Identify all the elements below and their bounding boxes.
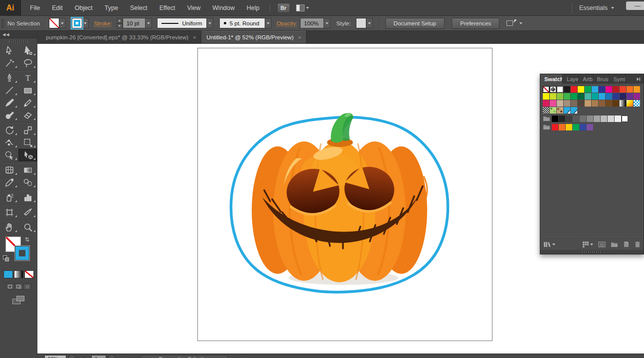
swatch[interactable] — [613, 100, 619, 107]
color-button[interactable] — [3, 270, 13, 278]
swatch[interactable] — [613, 86, 619, 93]
tab-swatches[interactable]: Swatches — [540, 74, 563, 84]
close-icon[interactable]: × — [298, 34, 301, 40]
swatch-global-color[interactable] — [564, 107, 570, 114]
swatch[interactable] — [601, 116, 607, 122]
chevron-down-icon[interactable] — [519, 22, 522, 24]
swatch-pattern[interactable] — [543, 107, 549, 114]
swatch[interactable] — [592, 86, 598, 93]
swatch[interactable] — [578, 86, 584, 93]
swatch-libraries-icon[interactable] — [543, 241, 555, 247]
swatch-gradient[interactable] — [627, 100, 633, 107]
swatch[interactable] — [627, 93, 633, 100]
swatch[interactable] — [552, 116, 558, 122]
swatch[interactable] — [578, 93, 584, 100]
screen-mode-button[interactable] — [0, 296, 37, 304]
artboard[interactable] — [197, 48, 492, 341]
panel-expand-icon[interactable] — [634, 74, 644, 84]
swatch[interactable] — [622, 116, 628, 122]
menu-view[interactable]: View — [181, 0, 206, 16]
pumpkin-artwork[interactable] — [225, 111, 452, 297]
line-segment-tool[interactable] — [0, 84, 18, 97]
swatch[interactable] — [571, 86, 577, 93]
close-icon[interactable]: × — [193, 34, 196, 40]
swatch-pattern[interactable] — [634, 100, 640, 107]
document-setup-button[interactable]: Document Setup — [385, 18, 445, 29]
swatch-gradient[interactable] — [620, 100, 626, 107]
arrange-documents-button[interactable] — [296, 4, 309, 11]
perspective-selection-tool[interactable] — [18, 149, 37, 161]
swatch[interactable] — [592, 100, 598, 107]
swatch[interactable] — [599, 93, 605, 100]
style-dropdown[interactable] — [366, 18, 373, 28]
swatch-pattern[interactable] — [557, 107, 563, 114]
swatch[interactable] — [594, 116, 600, 122]
zoom-tool[interactable] — [18, 221, 37, 234]
opacity-field[interactable]: 100% — [300, 18, 324, 28]
artboard-next-buttons[interactable]: ▶ ▶ — [118, 355, 129, 358]
swatch[interactable] — [585, 93, 591, 100]
none-button[interactable] — [24, 270, 34, 278]
column-graph-tool[interactable] — [18, 191, 37, 204]
swatch[interactable] — [599, 100, 605, 107]
align-panel-icon[interactable] — [506, 19, 516, 27]
selection-tool[interactable] — [0, 44, 18, 57]
artboard-dropdown[interactable] — [109, 355, 115, 358]
menu-window[interactable]: Window — [206, 0, 240, 16]
lasso-tool[interactable] — [18, 57, 37, 69]
swatch[interactable] — [613, 93, 619, 100]
opacity-panel-link[interactable]: Opacity: — [277, 20, 298, 26]
paintbrush-tool[interactable] — [0, 97, 18, 109]
swatch[interactable] — [566, 116, 572, 122]
swatch[interactable] — [566, 124, 572, 130]
bridge-button[interactable]: Br — [277, 3, 290, 13]
stroke-weight-stepper[interactable]: ▲▼ — [117, 18, 123, 28]
type-tool[interactable]: T — [18, 72, 37, 84]
swatch[interactable] — [580, 124, 586, 130]
artboard-prev-buttons[interactable]: ◀ ◀ — [78, 355, 89, 358]
pencil-tool[interactable] — [18, 97, 37, 109]
tab-layers[interactable]: Layer — [563, 74, 579, 84]
swatch[interactable] — [634, 86, 640, 93]
scale-tool[interactable] — [18, 124, 37, 136]
blob-brush-tool[interactable] — [0, 109, 18, 121]
controlbar-grip[interactable] — [1, 18, 4, 29]
brush-definition-select[interactable]: 5 pt. Round — [219, 18, 265, 28]
fill-dropdown[interactable] — [59, 18, 66, 28]
artboard-tool[interactable] — [0, 206, 18, 219]
swatch[interactable] — [587, 116, 593, 122]
menu-type[interactable]: Type — [99, 0, 124, 16]
swatch[interactable] — [587, 124, 593, 130]
menu-select[interactable]: Select — [124, 0, 154, 16]
swatch[interactable] — [543, 100, 549, 107]
minimize-button[interactable]: — — [626, 1, 644, 10]
canvas[interactable]: Swatches Layer Artb Brush Symb — [37, 44, 644, 354]
brush-definition-dropdown[interactable] — [265, 18, 272, 28]
tab-symbols[interactable]: Symb — [609, 74, 626, 84]
swatch[interactable] — [620, 86, 626, 93]
color-group-folder-icon[interactable] — [543, 116, 551, 122]
default-fill-stroke-icon[interactable] — [3, 255, 9, 262]
style-swatch[interactable] — [356, 18, 366, 28]
blend-tool[interactable] — [18, 176, 37, 189]
hand-tool[interactable] — [0, 221, 18, 234]
swatch[interactable] — [550, 93, 556, 100]
swatch[interactable] — [557, 86, 563, 93]
fill-swatch[interactable] — [49, 18, 59, 28]
draw-normal-button[interactable] — [6, 283, 14, 290]
swatch-options-icon[interactable] — [598, 241, 606, 247]
new-color-group-icon[interactable] — [611, 241, 618, 247]
status-menu-arrow[interactable]: ▶ — [230, 355, 235, 358]
new-swatch-icon[interactable] — [623, 241, 630, 247]
tab-artboards[interactable]: Artb — [579, 74, 593, 84]
rectangle-tool[interactable] — [18, 84, 37, 97]
document-tab-pumpkin[interactable]: pumpkin-26 [Converted].eps* @ 33.33% (RG… — [41, 31, 201, 43]
swatch[interactable] — [606, 100, 612, 107]
swatch-global-color[interactable] — [571, 107, 577, 114]
swatch[interactable] — [580, 116, 586, 122]
width-tool[interactable] — [0, 136, 18, 149]
color-group-folder-icon[interactable] — [543, 124, 551, 130]
stroke-dropdown[interactable] — [82, 18, 89, 28]
hscroll-left-arrow[interactable]: ◀ — [240, 355, 245, 358]
rotate-tool[interactable] — [0, 124, 18, 136]
